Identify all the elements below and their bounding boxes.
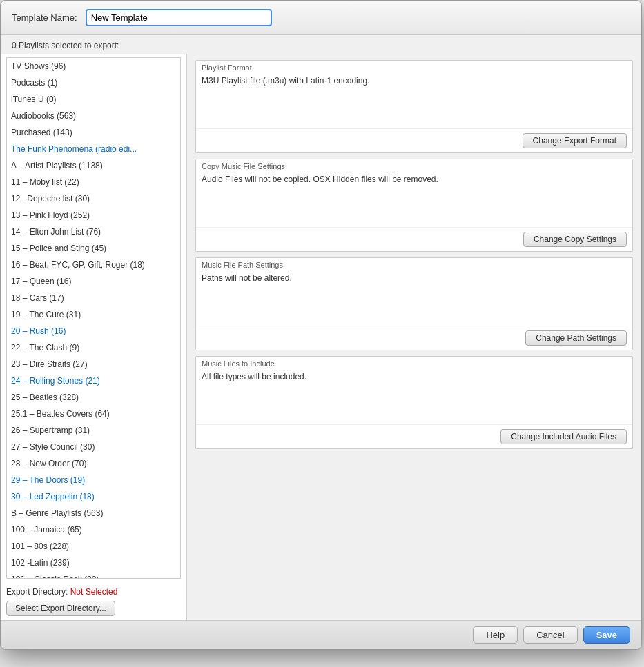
settings-section-footer-path-settings: Change Path Settings <box>196 326 632 350</box>
list-item[interactable]: 29 – The Doors (19) <box>7 472 180 488</box>
list-item[interactable]: B – Genre Playlists (563) <box>7 505 180 521</box>
list-item[interactable]: 30 – Led Zeppelin (18) <box>7 488 180 505</box>
settings-section-content-audio-files: All file types will be included. <box>196 369 632 424</box>
list-item[interactable]: Purchased (143) <box>7 124 180 141</box>
settings-section-path-settings: Music File Path SettingsPaths will not b… <box>195 257 633 350</box>
list-item[interactable]: 100 – Jamaica (65) <box>7 521 180 538</box>
settings-button-audio-files[interactable]: Change Included Audio Files <box>500 429 627 444</box>
list-item[interactable]: iTunes U (0) <box>7 91 180 108</box>
playlist-panel: TV Shows (96)Podcasts (1)iTunes U (0)Aud… <box>1 54 187 620</box>
playlist-list[interactable]: TV Shows (96)Podcasts (1)iTunes U (0)Aud… <box>6 57 181 579</box>
list-item[interactable]: 25.1 – Beatles Covers (64) <box>7 406 180 422</box>
list-item[interactable]: 27 – Style Council (30) <box>7 439 180 455</box>
settings-section-header-path-settings: Music File Path Settings <box>196 258 632 270</box>
template-name-label: Template Name: <box>12 12 77 23</box>
dialog-content: TV Shows (96)Podcasts (1)iTunes U (0)Aud… <box>1 54 641 620</box>
list-item[interactable]: Audiobooks (563) <box>7 108 180 124</box>
list-item[interactable]: 25 – Beatles (328) <box>7 389 180 406</box>
playlists-count: 0 Playlists selected to export: <box>1 35 641 54</box>
list-item[interactable]: Podcasts (1) <box>7 74 180 91</box>
list-item[interactable]: 22 – The Clash (9) <box>7 339 180 356</box>
list-item[interactable]: 12 –Depeche list (30) <box>7 190 180 207</box>
settings-section-header-audio-files: Music Files to Include <box>196 357 632 369</box>
settings-section-footer-audio-files: Change Included Audio Files <box>196 424 632 448</box>
list-item[interactable]: TV Shows (96) <box>7 58 180 74</box>
settings-section-footer-copy-music: Change Copy Settings <box>196 227 632 251</box>
settings-section-header-copy-music: Copy Music File Settings <box>196 159 632 172</box>
dialog-header: Template Name: <box>1 1 641 35</box>
list-item[interactable]: 106 – Classic Rock (30) <box>7 571 180 579</box>
settings-button-path-settings[interactable]: Change Path Settings <box>525 330 627 346</box>
list-item[interactable]: 15 – Police and Sting (45) <box>7 240 180 257</box>
settings-section-copy-music: Copy Music File SettingsAudio Files will… <box>195 159 633 252</box>
save-button[interactable]: Save <box>583 626 630 644</box>
list-item[interactable]: 26 – Supertramp (31) <box>7 422 180 439</box>
settings-section-content-path-settings: Paths will not be altered. <box>196 270 632 326</box>
list-item[interactable]: A – Artist Playlists (1138) <box>7 157 180 174</box>
help-button[interactable]: Help <box>473 626 518 644</box>
settings-button-playlist-format[interactable]: Change Export Format <box>523 133 627 148</box>
list-item[interactable]: 23 – Dire Straits (27) <box>7 356 180 372</box>
dialog: Template Name: 0 Playlists selected to e… <box>0 0 642 650</box>
settings-section-playlist-format: Playlist FormatM3U Playlist file (.m3u) … <box>195 60 633 153</box>
list-item[interactable]: 20 – Rush (16) <box>7 323 180 339</box>
list-item[interactable]: 101 – 80s (228) <box>7 538 180 555</box>
dialog-footer: Help Cancel Save <box>1 620 641 649</box>
list-item[interactable]: 102 -Latin (239) <box>7 555 180 571</box>
template-name-input[interactable] <box>86 9 272 26</box>
settings-section-header-playlist-format: Playlist Format <box>196 61 632 73</box>
list-item[interactable]: 19 – The Cure (31) <box>7 306 180 323</box>
settings-section-content-playlist-format: M3U Playlist file (.m3u) with Latin-1 en… <box>196 73 632 128</box>
cancel-button[interactable]: Cancel <box>523 626 577 644</box>
list-item[interactable]: 28 – New Order (70) <box>7 455 180 472</box>
settings-section-audio-files: Music Files to IncludeAll file types wil… <box>195 356 633 449</box>
list-item[interactable]: The Funk Phenomena (radio edi... <box>7 141 180 157</box>
list-item[interactable]: 16 – Beat, FYC, GP, Gift, Roger (18) <box>7 257 180 273</box>
settings-section-content-copy-music: Audio Files will not be copied. OSX Hidd… <box>196 172 632 227</box>
list-item[interactable]: 13 – Pink Floyd (252) <box>7 207 180 223</box>
export-dir-row: Export Directory: Not Selected Select Ex… <box>1 581 186 620</box>
settings-panel: Playlist FormatM3U Playlist file (.m3u) … <box>187 54 641 620</box>
export-dir-status: Not Selected <box>70 587 118 597</box>
list-item[interactable]: 17 – Queen (16) <box>7 273 180 290</box>
settings-button-copy-music[interactable]: Change Copy Settings <box>523 232 627 247</box>
export-dir-label: Export Directory: Not Selected <box>6 587 181 597</box>
list-item[interactable]: 24 – Rolling Stones (21) <box>7 372 180 389</box>
list-item[interactable]: 11 – Moby list (22) <box>7 174 180 190</box>
list-item[interactable]: 18 – Cars (17) <box>7 290 180 306</box>
select-export-directory-button[interactable]: Select Export Directory... <box>6 601 115 616</box>
settings-section-footer-playlist-format: Change Export Format <box>196 128 632 152</box>
list-item[interactable]: 14 – Elton John List (76) <box>7 223 180 240</box>
